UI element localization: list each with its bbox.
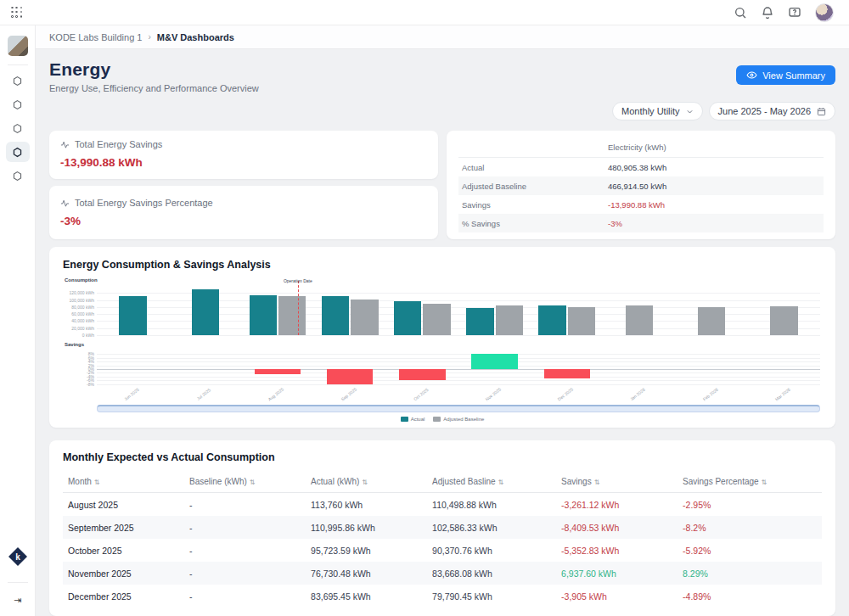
kpi-value: -13,990.88 kWh bbox=[60, 156, 427, 169]
building-thumbnail[interactable] bbox=[8, 36, 28, 56]
top-bar bbox=[0, 0, 849, 25]
savings-panel-label: Savings bbox=[65, 342, 84, 347]
adjusted-baseline-bar[interactable] bbox=[351, 300, 378, 336]
sidebar-expand-icon[interactable]: ⇥ bbox=[8, 582, 28, 606]
legend-item-adjusted-baseline[interactable]: Adjusted Baseline bbox=[433, 417, 484, 422]
table-row[interactable]: August 2025 - 113,760 kWh 110,498.88 kWh… bbox=[63, 493, 822, 517]
chart-zoom-slider[interactable] bbox=[97, 405, 820, 412]
table-row[interactable]: November 2025 - 76,730.48 kWh 83,668.08 … bbox=[63, 562, 822, 585]
adjusted-baseline-bar[interactable] bbox=[278, 296, 306, 335]
sort-icon[interactable]: ⇅ bbox=[762, 479, 767, 486]
bar-group-mar-2026[interactable] bbox=[748, 286, 820, 335]
table-row[interactable]: October 2025 - 95,723.59 kWh 90,370.76 k… bbox=[63, 539, 822, 562]
summary-row-pct-savings: % Savings -3% bbox=[458, 214, 824, 232]
bar-group-nov-2025[interactable] bbox=[458, 286, 531, 335]
sidebar-item-1[interactable] bbox=[6, 70, 30, 91]
date-range-picker[interactable]: June 2025 - May 2026 bbox=[709, 102, 835, 120]
utility-type-value: Monthly Utility bbox=[621, 106, 679, 116]
monthly-table: Month⇅ Baseline (kWh)⇅ Actual (kWh)⇅ Adj… bbox=[63, 471, 822, 608]
y-axis-tick: 20,000 kWh bbox=[71, 326, 94, 331]
page-subtitle: Energy Use, Efficiency and Performance O… bbox=[49, 83, 259, 93]
bar-group-sep-2025[interactable] bbox=[314, 286, 386, 335]
adjusted-baseline-bar[interactable] bbox=[698, 307, 725, 335]
actual-bar[interactable] bbox=[250, 295, 277, 335]
sort-icon[interactable]: ⇅ bbox=[250, 479, 256, 486]
actual-bar[interactable] bbox=[538, 305, 565, 335]
bar-group-oct-2025[interactable] bbox=[386, 286, 458, 335]
page: KODE Labs Building 1 › M&V Dashboards k … bbox=[0, 0, 849, 616]
bar-group-feb-2026[interactable] bbox=[676, 286, 748, 335]
y-axis-tick: 60,000 kWh bbox=[71, 311, 94, 316]
summary-row-actual: Actual 480,905.38 kWh bbox=[458, 158, 824, 177]
breadcrumb-building[interactable]: KODE Labs Building 1 bbox=[49, 32, 142, 42]
total-energy-savings-percentage-card: Total Energy Savings Percentage -3% bbox=[49, 186, 438, 239]
actual-bar[interactable] bbox=[466, 308, 493, 335]
table-row[interactable]: September 2025 - 110,995.86 kWh 102,586.… bbox=[63, 516, 822, 539]
y-axis-tick: 80,000 kWh bbox=[71, 305, 94, 310]
eye-icon bbox=[746, 70, 757, 81]
sidebar-item-3[interactable] bbox=[6, 118, 30, 138]
actual-bar[interactable] bbox=[394, 301, 421, 335]
search-icon[interactable] bbox=[734, 6, 747, 20]
adjusted-baseline-bar[interactable] bbox=[496, 305, 523, 335]
adjusted-baseline-bar[interactable] bbox=[568, 307, 595, 335]
y-axis-tick: 0 kWh bbox=[82, 333, 94, 338]
sidebar-item-2[interactable] bbox=[6, 94, 30, 115]
savings-bar[interactable] bbox=[255, 369, 301, 374]
chart-legend: ActualAdjusted Baseline bbox=[63, 417, 822, 422]
actual-bar[interactable] bbox=[322, 296, 349, 335]
operation-date-line bbox=[298, 281, 299, 335]
breadcrumb-current-page: M&V Dashboards bbox=[157, 32, 234, 42]
app-launcher-icon[interactable] bbox=[11, 7, 23, 19]
energy-chart[interactable]: Consumption 120,000 kWh100,000 kWh80,000… bbox=[63, 277, 822, 423]
actual-bar[interactable] bbox=[119, 296, 146, 335]
col-header-savings[interactable]: Savings⇅ bbox=[556, 471, 678, 493]
bar-group-jul-2025[interactable] bbox=[169, 286, 241, 335]
consumption-plot: 120,000 kWh100,000 kWh80,000 kWh60,000 k… bbox=[97, 286, 820, 335]
help-icon[interactable] bbox=[788, 6, 801, 20]
adjusted-baseline-bar[interactable] bbox=[770, 306, 797, 335]
col-header-baseline[interactable]: Baseline (kWh)⇅ bbox=[184, 471, 306, 493]
y-axis-tick: 120,000 kWh bbox=[70, 290, 94, 295]
savings-bar[interactable] bbox=[471, 354, 518, 369]
sidebar-item-4-active[interactable] bbox=[6, 142, 30, 162]
sort-icon[interactable]: ⇅ bbox=[498, 479, 504, 486]
date-range-value: June 2025 - May 2026 bbox=[718, 106, 811, 116]
sort-icon[interactable]: ⇅ bbox=[594, 479, 600, 486]
legend-swatch bbox=[433, 417, 441, 422]
actual-bar[interactable] bbox=[192, 289, 219, 335]
chevron-down-icon bbox=[686, 108, 694, 115]
view-summary-button[interactable]: View Summary bbox=[736, 65, 835, 85]
kpi-label: Total Energy Savings bbox=[75, 139, 162, 149]
col-header-savings-percentage[interactable]: Savings Percentage⇅ bbox=[678, 471, 822, 493]
bar-group-aug-2025[interactable] bbox=[241, 286, 313, 335]
col-header-actual[interactable]: Actual (kWh)⇅ bbox=[306, 471, 427, 493]
adjusted-baseline-bar[interactable] bbox=[626, 305, 653, 335]
energy-chart-card: Energy Consumption & Savings Analysis Co… bbox=[49, 247, 835, 428]
calendar-icon bbox=[817, 107, 826, 116]
bar-group-dec-2025[interactable] bbox=[531, 286, 603, 335]
kode-labs-logo[interactable]: k bbox=[8, 546, 28, 567]
col-header-adjusted-baseline[interactable]: Adjusted Basline⇅ bbox=[427, 471, 556, 493]
sidebar: k ⇥ bbox=[0, 25, 36, 616]
sort-icon[interactable]: ⇅ bbox=[94, 479, 100, 486]
savings-plot: 8%6%4%2%0%-2%-4%-6%-8% bbox=[97, 350, 820, 388]
legend-item-actual[interactable]: Actual bbox=[401, 417, 425, 422]
notifications-bell-icon[interactable] bbox=[761, 6, 774, 20]
utility-type-select[interactable]: Monthly Utility bbox=[612, 102, 702, 120]
sidebar-item-5[interactable] bbox=[6, 165, 30, 186]
col-header-month[interactable]: Month⇅ bbox=[63, 471, 184, 493]
user-avatar[interactable] bbox=[815, 3, 834, 22]
hexagon-icon bbox=[12, 99, 23, 110]
hexagon-icon bbox=[12, 76, 23, 87]
y-axis-tick: 40,000 kWh bbox=[71, 318, 94, 323]
table-row[interactable]: December 2025 - 83,695.45 kWh 79,790.45 … bbox=[63, 585, 822, 608]
sort-icon[interactable]: ⇅ bbox=[362, 479, 368, 486]
hexagon-icon bbox=[12, 171, 23, 182]
bar-group-jun-2025[interactable] bbox=[97, 286, 169, 335]
bar-group-jan-2026[interactable] bbox=[603, 286, 675, 335]
summary-row-adjusted-baseline: Adjusted Baseline 466,914.50 kWh bbox=[458, 176, 824, 195]
total-energy-savings-card: Total Energy Savings -13,990.88 kWh bbox=[49, 131, 438, 179]
breadcrumb: KODE Labs Building 1 › M&V Dashboards bbox=[36, 25, 849, 49]
adjusted-baseline-bar[interactable] bbox=[423, 304, 450, 335]
